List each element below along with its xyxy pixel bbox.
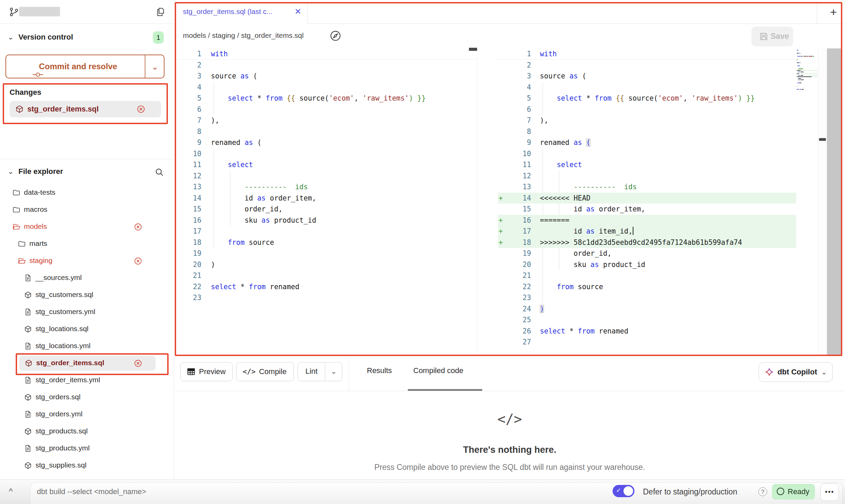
code-line[interactable]: 10: [498, 148, 796, 160]
more-options-button[interactable]: •••: [820, 483, 839, 501]
search-icon[interactable]: [154, 167, 164, 177]
file-item-stg-customers-yml[interactable]: stg_customers.yml: [0, 303, 174, 321]
code-line[interactable]: 22 from source: [498, 281, 796, 293]
file-item-stg-locations-sql[interactable]: stg_locations.sql: [0, 321, 174, 338]
code-line[interactable]: 14 id as order_item,: [175, 193, 477, 204]
lint-button[interactable]: Lint: [298, 362, 325, 380]
code-line[interactable]: 15 id as order_item,: [498, 204, 796, 215]
code-line[interactable]: 19 order_id,: [498, 248, 796, 259]
code-line[interactable]: 27: [498, 337, 796, 348]
code-line[interactable]: 11 select: [498, 159, 796, 171]
tab-results[interactable]: Results: [367, 366, 392, 375]
chevron-down-icon[interactable]: ⌄: [325, 363, 342, 380]
chevron-down-icon[interactable]: ⌄: [152, 62, 158, 72]
code-line[interactable]: 3source as (: [175, 71, 477, 82]
file-item-stg-customers-sql[interactable]: stg_customers.sql: [0, 286, 174, 303]
file-item-staging[interactable]: staging: [0, 252, 174, 269]
code-line[interactable]: 24): [498, 303, 796, 315]
file-item-stg-order-items-yml[interactable]: stg_order_items.yml: [0, 372, 174, 389]
code-line[interactable]: 2: [498, 60, 796, 71]
file-item-macros[interactable]: macros: [0, 201, 174, 218]
changes-item-stg-order-items[interactable]: stg_order_items.sql: [10, 101, 161, 117]
discard-change-icon[interactable]: [137, 105, 145, 114]
file-item-stg-products-sql[interactable]: stg_products.sql: [0, 423, 174, 440]
code-line[interactable]: 10: [175, 148, 477, 160]
code-line[interactable]: 9renamed as (: [498, 137, 796, 148]
code-line[interactable]: +18>>>>>>> 58c1dd23d5eebd9cd2495fa7124ab…: [498, 237, 796, 248]
code-line[interactable]: 4: [175, 82, 477, 93]
discard-change-icon[interactable]: [134, 359, 142, 368]
file-item-models[interactable]: models: [0, 218, 174, 235]
code-line[interactable]: 4: [498, 82, 796, 93]
expand-panel-icon[interactable]: ^: [9, 487, 13, 496]
file-item--sources-yml[interactable]: __sources.yml: [0, 269, 174, 286]
code-line[interactable]: 2: [175, 60, 477, 71]
minimap[interactable]: [796, 50, 818, 92]
command-input[interactable]: dbt build --select <model_name>: [37, 487, 146, 496]
file-item-stg-supplies-sql[interactable]: stg_supplies.sql: [0, 457, 174, 474]
code-line[interactable]: 23: [175, 292, 477, 303]
preview-button[interactable]: Preview: [180, 362, 233, 381]
defer-toggle[interactable]: ✓: [613, 485, 634, 497]
code-line[interactable]: 26select * from renamed: [498, 326, 796, 337]
code-line[interactable]: 9renamed as (: [175, 137, 477, 148]
code-line[interactable]: 1with: [498, 48, 796, 60]
code-line[interactable]: 12: [175, 171, 477, 182]
file-item-stg-orders-sql[interactable]: stg_orders.sql: [0, 389, 174, 406]
code-line[interactable]: +14<<<<<<< HEAD: [498, 193, 796, 204]
code-line[interactable]: 8: [175, 126, 477, 137]
code-line[interactable]: 6: [175, 104, 477, 115]
code-line[interactable]: 21: [175, 270, 477, 281]
code-line[interactable]: 5 select * from {{ source('ecom', 'raw_i…: [175, 93, 477, 104]
code-line[interactable]: 11 select: [175, 159, 477, 171]
code-line[interactable]: 12: [498, 171, 796, 182]
commit-and-resolve-button[interactable]: Commit and resolve ⌄: [5, 55, 164, 78]
code-line[interactable]: 23: [498, 292, 796, 303]
code-line[interactable]: 5 select * from {{ source('ecom', 'raw_i…: [498, 93, 796, 104]
code-line[interactable]: 13 ---------- ids: [498, 181, 796, 193]
code-line[interactable]: 15 order_id,: [175, 204, 477, 215]
code-line[interactable]: +16=======: [498, 215, 796, 226]
new-tab-button[interactable]: +: [830, 5, 837, 19]
code-line[interactable]: 20): [175, 259, 477, 270]
tab-stg-order-items[interactable]: stg_order_items.sql (last c... ✕: [175, 2, 308, 24]
help-icon[interactable]: ?: [758, 487, 767, 496]
discard-change-icon[interactable]: [134, 223, 142, 231]
code-line[interactable]: 19: [175, 248, 477, 259]
lineage-compass-icon[interactable]: [329, 29, 342, 42]
code-line[interactable]: 18 from source: [175, 237, 477, 248]
compile-button[interactable]: </>Compile: [236, 362, 294, 381]
code-line[interactable]: 17: [175, 226, 477, 237]
code-line[interactable]: 25: [498, 314, 796, 326]
code-line[interactable]: 7),: [175, 115, 477, 126]
save-button[interactable]: Save: [751, 27, 793, 46]
close-icon[interactable]: ✕: [295, 7, 301, 16]
file-item-marts[interactable]: marts: [0, 235, 174, 252]
code-line[interactable]: 16 sku as product_id: [175, 215, 477, 226]
code-line[interactable]: 7),: [498, 115, 796, 126]
tab-compiled-code[interactable]: Compiled code: [413, 366, 463, 375]
file-item-data-tests[interactable]: data-tests: [0, 184, 174, 201]
code-line[interactable]: 1with: [175, 48, 477, 60]
copy-icon[interactable]: [155, 6, 166, 17]
code-line[interactable]: 22select * from renamed: [175, 281, 477, 293]
file-explorer-header[interactable]: ⌄ File explorer: [0, 164, 174, 181]
diff-pane-left[interactable]: 1with23source as (45 select * from {{ so…: [175, 48, 477, 303]
file-item-stg-order-items-sql[interactable]: stg_order_items.sql: [0, 355, 174, 372]
editor-scrollbar[interactable]: [827, 48, 842, 356]
diff-pane-right[interactable]: 1with23source as (45 select * from {{ so…: [498, 48, 796, 348]
code-line[interactable]: 8: [498, 126, 796, 137]
code-line[interactable]: 3source as (: [498, 71, 796, 82]
code-line[interactable]: 20 sku as product_id: [498, 259, 796, 270]
file-item-stg-products-yml[interactable]: stg_products.yml: [0, 440, 174, 457]
version-control-header[interactable]: ⌄ Version control: [0, 29, 174, 46]
dbt-copilot-button[interactable]: dbt Copilot⌄: [759, 362, 833, 382]
file-item-stg-orders-yml[interactable]: stg_orders.yml: [0, 406, 174, 423]
status-badge[interactable]: Ready: [772, 484, 815, 500]
left-pane-scrollbar-thumb[interactable]: [469, 48, 477, 51]
code-line[interactable]: 13 ---------- ids: [175, 181, 477, 193]
discard-change-icon[interactable]: [134, 257, 142, 265]
code-line[interactable]: 21: [498, 270, 796, 281]
file-item-stg-locations-yml[interactable]: stg_locations.yml: [0, 338, 174, 355]
code-line[interactable]: 6: [498, 104, 796, 115]
